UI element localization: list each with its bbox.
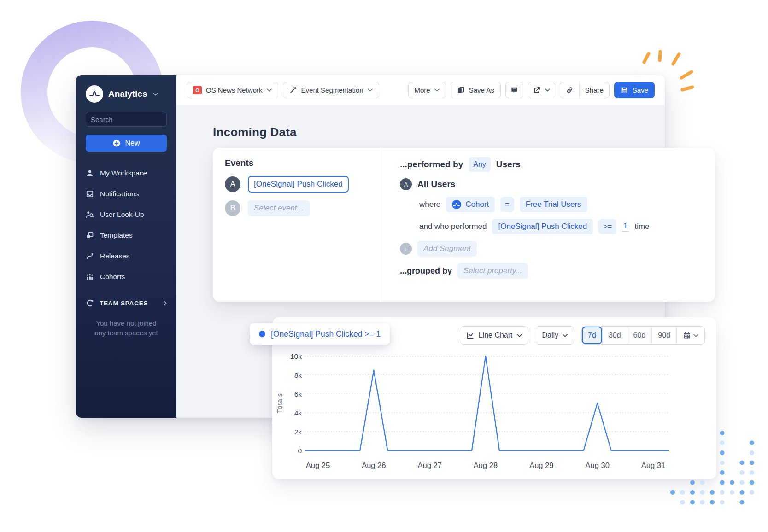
plus-circle-icon — [112, 139, 121, 147]
who-performed-row: and who performed [OneSignal] Push Click… — [419, 219, 715, 234]
inbox-icon — [86, 190, 94, 198]
sidebar-search[interactable] — [86, 112, 167, 127]
sidebar-item-team-spaces[interactable]: TEAM SPACES — [86, 296, 167, 310]
chevron-right-icon[interactable] — [164, 301, 167, 306]
amplitude-badge-icon — [452, 200, 461, 209]
svg-text:0: 0 — [298, 447, 302, 455]
cohort-value-selector[interactable]: Free Trial Users — [520, 197, 587, 212]
svg-text:10k: 10k — [290, 352, 302, 360]
export-button[interactable] — [528, 82, 555, 98]
svg-text:4k: 4k — [294, 409, 302, 417]
sidebar-item-notifications[interactable]: Notifications — [86, 183, 167, 204]
templates-icon — [86, 231, 94, 240]
brand-name: Analytics — [108, 89, 147, 99]
save-as-label: Save As — [469, 86, 494, 94]
amplitude-logo-icon — [86, 85, 103, 103]
chevron-down-icon[interactable] — [153, 93, 158, 96]
all-users-label: All Users — [417, 179, 455, 189]
user-icon — [86, 169, 94, 177]
event-row-a: A [OneSignal] Push Clicked — [225, 176, 371, 193]
comment-icon — [510, 86, 518, 94]
save-label: Save — [633, 86, 648, 94]
svg-text:6k: 6k — [294, 390, 302, 398]
sidebar-item-label: Releases — [100, 252, 130, 260]
more-button[interactable]: More — [408, 82, 446, 98]
add-segment-button[interactable]: Add Segment — [417, 241, 477, 257]
who-performed-label: and who performed — [419, 222, 487, 231]
copy-icon — [457, 86, 465, 94]
sidebar-item-label: Cohorts — [100, 273, 125, 281]
new-button[interactable]: New — [86, 135, 167, 152]
page-root: Analytics New My WorkspaceNotificationsU… — [0, 0, 768, 532]
comparator-selector[interactable]: >= — [598, 219, 616, 234]
export-icon — [533, 86, 541, 94]
sidebar-item-templates[interactable]: Templates — [86, 225, 167, 246]
svg-text:Aug 25: Aug 25 — [306, 461, 330, 469]
team-spaces-icon — [86, 299, 94, 307]
sidebar-item-user-look-up[interactable]: User Look-Up — [86, 204, 167, 225]
save-button[interactable]: Save — [614, 82, 655, 98]
any-selector[interactable]: Any — [469, 157, 491, 172]
grouped-by-row: ...grouped by Select property... — [400, 263, 715, 279]
performed-event-selector[interactable]: [OneSignal] Push Clicked — [492, 219, 593, 234]
legend-label: [OneSignal] Push Clicked >= 1 — [271, 329, 381, 339]
cohort-selector[interactable]: Cohort — [446, 197, 495, 212]
operator-selector[interactable]: = — [500, 197, 514, 212]
sidebar-item-label: My Workspace — [100, 169, 147, 177]
all-users-row: A All Users — [400, 178, 715, 190]
count-input[interactable]: 1 — [622, 222, 629, 232]
event-badge-b: B — [225, 200, 240, 216]
svg-text:Aug 27: Aug 27 — [418, 461, 442, 469]
sidebar-item-cohorts[interactable]: Cohorts — [86, 266, 167, 287]
sidebar: Analytics New My WorkspaceNotificationsU… — [76, 75, 176, 418]
new-button-label: New — [125, 139, 140, 147]
sidebar-item-my-workspace[interactable]: My Workspace — [86, 163, 167, 183]
event-badge-a: A — [225, 176, 240, 192]
chart-legend-chip[interactable]: [OneSignal] Push Clicked >= 1 — [250, 323, 390, 345]
segment-pane: ...performed by Any Users A All Users wh… — [382, 148, 715, 302]
svg-text:Aug 28: Aug 28 — [474, 461, 498, 469]
users-label: Users — [496, 159, 521, 170]
sidebar-item-label: Notifications — [100, 190, 139, 198]
user-search-icon — [86, 210, 94, 219]
project-selector[interactable]: O OS News Network — [187, 82, 278, 98]
add-segment-row: + Add Segment — [400, 241, 715, 257]
brand-row[interactable]: Analytics — [86, 85, 167, 103]
copy-link-button[interactable] — [560, 82, 580, 98]
time-label: time — [634, 222, 649, 231]
save-as-button[interactable]: Save As — [451, 82, 501, 98]
chevron-down-icon — [545, 88, 550, 92]
add-segment-plus-icon[interactable]: + — [400, 243, 412, 255]
toolbar-right-cluster: More Save As — [408, 82, 655, 98]
view-selector[interactable]: Event Segmentation — [283, 82, 379, 98]
grouped-by-label: ...grouped by — [400, 266, 452, 276]
more-label: More — [415, 86, 430, 94]
event-row-b: B Select event... — [225, 200, 371, 216]
performed-by-label: ...performed by — [400, 159, 463, 170]
team-spaces-label: TEAM SPACES — [100, 300, 148, 307]
sidebar-item-releases[interactable]: Releases — [86, 246, 167, 266]
event-a-input[interactable]: [OneSignal] Push Clicked — [248, 176, 349, 193]
page-title: Incoming Data — [213, 125, 297, 140]
svg-text:Totals: Totals — [276, 393, 283, 413]
chevron-down-icon — [368, 88, 373, 92]
event-b-select[interactable]: Select event... — [248, 200, 310, 216]
svg-text:Aug 30: Aug 30 — [586, 461, 610, 469]
share-group: Share — [560, 82, 610, 98]
toolbar: O OS News Network Event Segmentation Mor… — [176, 75, 665, 105]
view-label: Event Segmentation — [301, 86, 363, 94]
segment-badge-a: A — [400, 178, 412, 190]
svg-text:Aug 31: Aug 31 — [641, 461, 665, 469]
svg-text:8k: 8k — [294, 371, 302, 379]
search-input[interactable] — [91, 116, 182, 123]
cohorts-icon — [86, 273, 94, 281]
performed-by-row: ...performed by Any Users — [400, 157, 715, 172]
comment-button[interactable] — [505, 82, 523, 98]
grouped-by-selector[interactable]: Select property... — [457, 263, 528, 279]
svg-text:Aug 26: Aug 26 — [362, 461, 386, 469]
share-button[interactable]: Share — [580, 82, 609, 98]
events-heading: Events — [225, 158, 371, 168]
svg-text:Aug 29: Aug 29 — [529, 461, 553, 469]
sidebar-item-label: User Look-Up — [100, 210, 144, 219]
sidebar-nav: My WorkspaceNotificationsUser Look-UpTem… — [86, 163, 167, 287]
